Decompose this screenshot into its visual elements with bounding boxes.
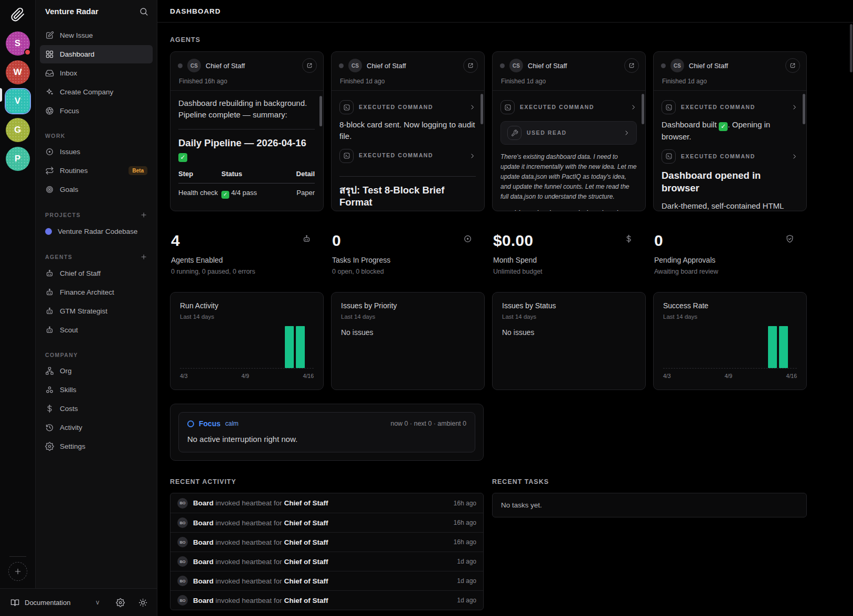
section-label-company: COMPANY bbox=[45, 352, 147, 358]
focus-mode: calm bbox=[225, 420, 238, 427]
run-finished-time: Finished 16h ago bbox=[179, 78, 317, 85]
agent-avatar: CS bbox=[348, 59, 362, 72]
settings-gear-icon[interactable] bbox=[116, 598, 125, 607]
sidebar-item-inbox[interactable]: Inbox bbox=[40, 64, 153, 82]
sidebar-item-costs[interactable]: Costs bbox=[40, 399, 153, 418]
sidebar-item-agent-scout[interactable]: Scout bbox=[40, 321, 153, 339]
bar-chart-area bbox=[663, 323, 797, 369]
search-icon[interactable] bbox=[139, 7, 148, 16]
company-avatar-w[interactable]: W bbox=[5, 59, 31, 85]
chart-issues-by-priority: Issues by Priority Last 14 days No issue… bbox=[331, 292, 485, 390]
sidebar-item-org[interactable]: Org bbox=[40, 362, 153, 380]
open-run-button[interactable] bbox=[785, 58, 800, 73]
activity-row[interactable]: BO Board invoked heartbeat for Chief of … bbox=[170, 552, 483, 571]
chevron-right-icon bbox=[623, 129, 630, 136]
focus-title: Focus bbox=[199, 419, 220, 428]
sidebar-footer: Documentation v bbox=[0, 588, 157, 616]
executed-command-row[interactable]: EXECUTED COMMAND bbox=[339, 146, 476, 168]
charts-row: Run Activity Last 14 days 4/34/94/16 Iss… bbox=[170, 292, 807, 390]
focus-message: No active interruption right now. bbox=[187, 435, 466, 444]
terminal-icon bbox=[339, 149, 354, 163]
dollar-icon bbox=[624, 234, 633, 243]
sidebar-item-agent-finance-architect[interactable]: Finance Architect bbox=[40, 283, 153, 301]
scrollbar-thumb[interactable] bbox=[319, 96, 322, 126]
activity-row[interactable]: BO Board invoked heartbeat for Chief of … bbox=[170, 493, 483, 513]
aperture-icon bbox=[45, 106, 54, 115]
gear-icon bbox=[45, 442, 54, 451]
avatar: G bbox=[6, 118, 30, 142]
theme-sun-icon[interactable] bbox=[138, 598, 147, 607]
sidebar-item-goals[interactable]: Goals bbox=[40, 180, 153, 199]
external-link-icon bbox=[628, 62, 635, 69]
scrollbar-thumb[interactable] bbox=[803, 94, 805, 124]
compose-icon bbox=[45, 31, 54, 40]
sidebar-item-activity[interactable]: Activity bbox=[40, 418, 153, 437]
sidebar-item-focus[interactable]: Focus bbox=[40, 102, 153, 120]
company-rail: S W V G P bbox=[0, 0, 36, 588]
activity-row[interactable]: BO Board invoked heartbeat for Chief of … bbox=[170, 590, 483, 610]
documentation-link[interactable]: Documentation bbox=[10, 598, 70, 607]
activity-list: BO Board invoked heartbeat for Chief of … bbox=[170, 493, 484, 610]
open-run-button[interactable] bbox=[463, 58, 478, 73]
company-avatar-p[interactable]: P bbox=[5, 146, 31, 172]
add-company-button[interactable] bbox=[8, 562, 27, 581]
sidebar-item-skills[interactable]: Skills bbox=[40, 381, 153, 399]
agent-run-output: EXECUTED COMMAND 8-block card sent. Now … bbox=[332, 91, 484, 211]
company-avatar-s[interactable]: S bbox=[5, 30, 31, 57]
sidebar-item-routines[interactable]: Routines Beta bbox=[40, 161, 153, 180]
open-run-button[interactable] bbox=[624, 58, 639, 73]
actor-avatar: BO bbox=[177, 595, 188, 606]
chevron-right-icon bbox=[791, 104, 798, 111]
company-avatar-v-selected[interactable]: V bbox=[5, 88, 31, 114]
agent-cards-row: CS Chief of Staff Finished 16h ago Dashb… bbox=[170, 51, 807, 211]
used-read-row[interactable]: USED READ bbox=[500, 121, 637, 145]
sidebar-item-dashboard[interactable]: Dashboard bbox=[40, 45, 153, 63]
external-link-icon bbox=[467, 62, 474, 69]
sidebar-item-agent-gtm-strategist[interactable]: GTM Strategist bbox=[40, 302, 153, 320]
executed-command-row[interactable]: EXECUTED COMMAND bbox=[662, 147, 798, 168]
version-toggle[interactable]: v bbox=[93, 599, 102, 606]
bar bbox=[296, 326, 305, 368]
avatar: W bbox=[6, 60, 30, 84]
check-badge-icon: ✓ bbox=[178, 153, 187, 162]
avatar: V bbox=[6, 89, 30, 113]
history-icon bbox=[45, 423, 54, 432]
sidebar-item-new-issue[interactable]: New Issue bbox=[40, 26, 153, 45]
external-link-icon bbox=[790, 62, 796, 69]
run-heading: Daily Pipeline — 2026-04-16 ✓ bbox=[178, 137, 315, 163]
add-project-icon[interactable] bbox=[140, 211, 147, 219]
executed-command-row[interactable]: EXECUTED COMMAND bbox=[500, 98, 637, 119]
sidebar-item-project-venture-radar-codebase[interactable]: Venture Radar Codebase bbox=[40, 222, 153, 241]
app-logo-paperclip-icon[interactable] bbox=[7, 4, 28, 25]
terminal-icon bbox=[339, 100, 354, 114]
scrollbar-thumb[interactable] bbox=[642, 94, 644, 124]
sparkles-icon bbox=[45, 88, 54, 96]
sidebar-item-settings[interactable]: Settings bbox=[40, 437, 153, 456]
executed-command-row[interactable]: EXECUTED COMMAND bbox=[662, 98, 798, 119]
sidebar-item-issues[interactable]: Issues bbox=[40, 143, 153, 161]
divider bbox=[9, 556, 26, 557]
page-scrollbar[interactable] bbox=[849, 23, 853, 616]
focus-card: Focus calm now 0 · next 0 · ambient 0 No… bbox=[178, 412, 475, 452]
open-run-button[interactable] bbox=[302, 58, 317, 73]
sidebar-item-agent-chief-of-staff[interactable]: Chief of Staff bbox=[40, 264, 153, 283]
avatar: P bbox=[6, 147, 30, 171]
activity-time: 1d ago bbox=[457, 577, 476, 585]
executed-command-row[interactable]: EXECUTED COMMAND bbox=[339, 98, 476, 119]
org-chart-icon bbox=[45, 366, 54, 375]
robot-icon bbox=[45, 269, 54, 278]
activity-row[interactable]: BO Board invoked heartbeat for Chief of … bbox=[170, 513, 483, 532]
activity-row[interactable]: BO Board invoked heartbeat for Chief of … bbox=[170, 571, 483, 590]
status-dot bbox=[339, 63, 344, 68]
add-agent-icon[interactable] bbox=[140, 253, 147, 261]
activity-row[interactable]: BO Board invoked heartbeat for Chief of … bbox=[170, 532, 483, 552]
activity-time: 16h ago bbox=[454, 500, 476, 507]
scrollbar-thumb[interactable] bbox=[481, 94, 483, 124]
company-avatar-g[interactable]: G bbox=[5, 117, 31, 143]
empty-state: No issues bbox=[502, 328, 636, 337]
run-message: Dashboard exists. Updating data.json inc… bbox=[500, 208, 637, 211]
scrollbar-thumb[interactable] bbox=[850, 24, 852, 72]
activity-time: 1d ago bbox=[457, 597, 476, 604]
sidebar-item-create-company[interactable]: Create Company bbox=[40, 83, 153, 101]
robot-icon bbox=[45, 288, 54, 297]
